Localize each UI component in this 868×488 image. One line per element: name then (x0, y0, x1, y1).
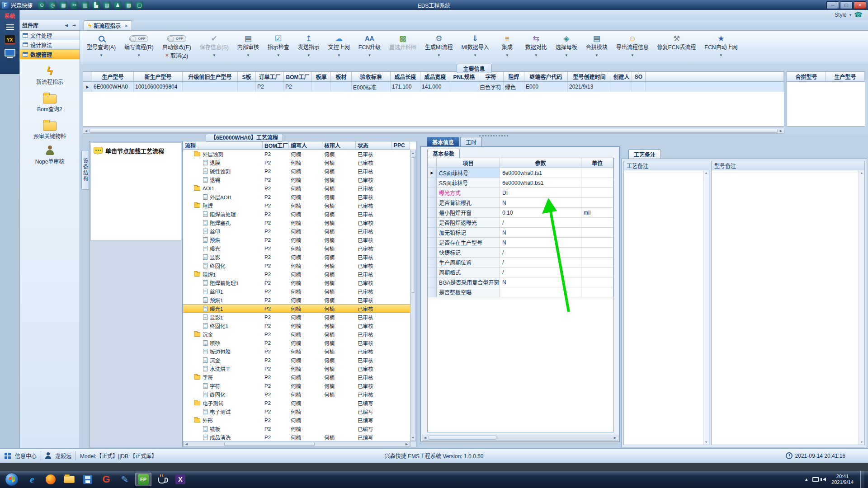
toolbar-button[interactable]: 型号查询(A)▾ (84, 33, 119, 63)
flow-node-row[interactable]: 喷砂P2何楠何楠已审核 (183, 338, 410, 347)
scroll-thumb[interactable] (90, 129, 778, 133)
flow-node-row[interactable]: 外形P2何楠已编写 (183, 416, 410, 424)
x-app-icon[interactable]: X (172, 473, 189, 486)
toolbar-button[interactable]: ☺导出流程信息▾ (613, 33, 652, 63)
flow-node-row[interactable]: 丝印1P2何楠何楠已审核 (183, 287, 410, 296)
scroll-down-icon[interactable]: ▼ (705, 441, 708, 444)
toolbar-button[interactable]: ⇓MI数据导入▾ (458, 33, 492, 63)
flow-node-row[interactable]: 铣板P2何楠已编写 (183, 424, 410, 433)
flow-node-row[interactable]: 终固化1P2何楠何楠已审核 (183, 321, 410, 330)
toolbar-button[interactable]: ☑指示检查▾ (264, 33, 292, 63)
param-value[interactable]: DI (500, 188, 581, 198)
param-value[interactable]: 6e0000wha0.bs1 (500, 178, 581, 188)
toolbar-button[interactable]: ⚒修复ECN丢流程 (654, 33, 699, 63)
sidebar-group[interactable]: 设计算法 (20, 40, 80, 50)
tab-new-flow[interactable]: ϟ 新流程指示 × (84, 20, 132, 30)
toolbar-button[interactable]: ✔保存信息(S)▾ (197, 33, 232, 63)
flow-node-row[interactable]: 曝光P2何楠何楠已审核 (183, 244, 410, 253)
flow-node-row[interactable]: 阻焊前处理P2何楠何楠已审核 (183, 210, 410, 218)
flow-node-row[interactable]: 阻焊1P2何楠何楠已审核 (183, 270, 410, 278)
scroll-right-icon[interactable]: ▶ (404, 442, 410, 446)
param-row[interactable]: BGA是否采用复合型开窗制作N (428, 277, 613, 287)
param-row[interactable]: 周期格式/ (428, 267, 613, 277)
image-icon[interactable]: ▩ (125, 1, 132, 9)
flow-node-row[interactable]: 电子测试P2何楠已编写 (183, 399, 410, 407)
param-value[interactable]: / (500, 267, 581, 277)
search-icon[interactable]: ⊙ (38, 1, 46, 9)
param-row[interactable]: SS面菲林号6e0000wha0.bs1 (428, 178, 613, 188)
flow-node-row[interactable]: 退膜P2何楠何楠已审核 (183, 158, 410, 167)
tab-basic-info[interactable]: 基本信息 (427, 137, 459, 146)
toolbar-button[interactable]: ◈选择母板▾ (552, 33, 580, 63)
toolbar-button[interactable]: ↥发送指示▾ (295, 33, 323, 63)
flow-node-row[interactable]: 显影P2何楠何楠已审核 (183, 253, 410, 261)
start-button[interactable] (5, 473, 19, 486)
flow-node-row[interactable]: 曝光1P2何楠何楠已审核 (183, 304, 410, 313)
tab-work-hours[interactable]: 工时 (460, 137, 482, 146)
scroll-up-icon[interactable]: ▲ (860, 171, 863, 174)
param-value[interactable] (500, 287, 581, 297)
columns-icon[interactable]: ▤ (103, 1, 111, 9)
param-value[interactable]: 6e0000wha0.ts1 (500, 168, 581, 178)
flow-node-row[interactable]: 预烘P2何楠何楠已审核 (183, 235, 410, 244)
scroll-up-icon[interactable]: ▲ (705, 171, 708, 174)
hidden-icons-icon[interactable]: ▲ (804, 477, 808, 482)
scroll-thumb[interactable] (411, 157, 415, 293)
param-value[interactable]: N (500, 238, 581, 248)
param-value[interactable]: N (500, 228, 581, 238)
flow-node-row[interactable]: 丝印P2何楠何楠已审核 (183, 227, 410, 235)
yx-logo[interactable]: YX (5, 35, 15, 45)
grid-icon[interactable]: ▦ (60, 1, 67, 9)
cancel-button[interactable]: ✕取消(Z) (165, 52, 188, 59)
scroll-left-icon[interactable]: ◀ (184, 442, 189, 446)
flow-node-row[interactable]: 沉金P2何楠何楠已审核 (183, 356, 410, 364)
scroll-up-icon[interactable]: ▲ (410, 150, 415, 156)
flow-node-row[interactable]: 终固化P2何楠何楠已审核 (183, 390, 410, 399)
flow-tree-hscrollbar[interactable]: ◀ ▶ (183, 441, 410, 447)
java-icon[interactable] (154, 473, 170, 486)
save-icon[interactable] (80, 473, 96, 486)
tab-process-notes[interactable]: 工艺备注 (628, 149, 661, 159)
notes-vscrollbar[interactable]: ▲▼ (859, 170, 864, 445)
toolbar-button[interactable]: AAECN升级▾ (355, 33, 384, 63)
flow-node-row[interactable]: 电子测试P2何楠已编写 (183, 407, 410, 416)
flow-node-row[interactable]: 字符P2何楠何楠已审核 (183, 373, 410, 381)
sidebar-item[interactable]: 预审关键物料 (33, 118, 66, 140)
sidebar-group[interactable]: 文件处理 (20, 31, 80, 40)
g-app-icon[interactable]: G (98, 473, 114, 486)
show-desktop-button[interactable] (860, 471, 864, 488)
param-row[interactable]: 是否背钻曝孔N (428, 198, 613, 208)
param-row[interactable]: 加无铅标记N (428, 228, 613, 238)
scroll-thumb[interactable] (224, 442, 315, 446)
toolbar-button[interactable]: ▤内部审核▾ (234, 33, 262, 63)
scroll-left-icon[interactable]: ◀ (422, 436, 428, 440)
scroll-right-icon[interactable]: ▶ (778, 129, 784, 133)
flow-node-row[interactable]: 阻焊塞孔P2何楠何楠已审核 (183, 218, 410, 227)
flow-node-row[interactable]: AOI1P2何楠何楠已审核 (183, 184, 410, 192)
toolbar-button[interactable]: ≡集成▾ (495, 33, 520, 63)
param-row[interactable]: ▶CS面菲林号6e0000wha0.ts1 (428, 168, 613, 178)
scroll-right-icon[interactable]: ▶ (612, 436, 618, 440)
tab-device-structure[interactable]: 设备结构 (81, 150, 89, 190)
scissors-icon[interactable]: ✂ (71, 1, 78, 9)
panel-icon[interactable]: ▥ (81, 1, 89, 9)
param-row[interactable]: 是否阻焊返曝光/ (428, 218, 613, 228)
param-value[interactable]: N (500, 277, 581, 287)
flow-node-row[interactable]: 水洗烘干P2何楠何楠已审核 (183, 364, 410, 373)
phone-icon[interactable]: ☎ (854, 11, 863, 19)
folder-icon[interactable] (61, 473, 77, 486)
toolbar-button[interactable]: ⇆数据对比▾ (522, 33, 550, 63)
notes-vscrollbar[interactable]: ▲▼ (703, 170, 709, 445)
toolbar-button[interactable]: ★ECN自动上网▾ (701, 33, 741, 63)
flow-node-row[interactable]: 字符P2何楠何楠已审核 (183, 381, 410, 390)
flow-node-row[interactable]: 沉金P2何楠何楠已审核 (183, 330, 410, 338)
volume-icon[interactable] (823, 478, 826, 481)
display-icon[interactable] (812, 477, 819, 482)
table-row[interactable]: ▶6E0000WHA010010600099804P2P2E000标准171.1… (83, 82, 784, 92)
internet-explorer-icon[interactable]: e (24, 473, 40, 486)
tab-basic-params[interactable]: 基本参数 (427, 149, 460, 158)
flow-node-row[interactable]: 终固化P2何楠何楠已审核 (183, 261, 410, 270)
fp-app-icon[interactable]: FP (135, 473, 151, 486)
sidebar-item[interactable]: ϟ新流程指示 (36, 66, 63, 85)
scroll-down-icon[interactable]: ▼ (860, 441, 863, 444)
